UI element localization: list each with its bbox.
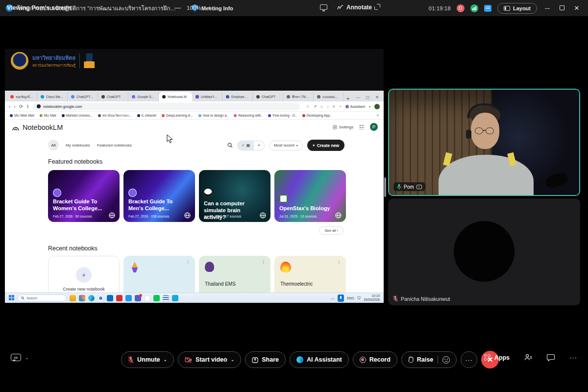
- bookmark-item[interactable]: How to design a..: [198, 114, 229, 117]
- bookmark-item[interactable]: Fine-tuning - O..: [268, 114, 296, 117]
- grid-view-segment[interactable]: ✓▦: [238, 141, 254, 150]
- card-menu-icon[interactable]: ⋮: [337, 260, 342, 265]
- participants-icon[interactable]: [524, 354, 532, 361]
- filter-all-chip[interactable]: All: [48, 140, 59, 150]
- edge-icon[interactable]: [88, 295, 95, 301]
- record-button[interactable]: Record: [353, 351, 397, 368]
- create-new-button[interactable]: + Create new: [307, 140, 344, 151]
- browser-tab[interactable]: ChatGPT: [98, 92, 128, 101]
- bookmark-item[interactable]: Developing App..: [302, 114, 332, 117]
- bookmarks-overflow-button[interactable]: »: [377, 113, 379, 118]
- bookmark-item[interactable]: Reasoning with..: [234, 114, 263, 117]
- chrome-icon[interactable]: [98, 295, 104, 301]
- taskbar-clock[interactable]: 10:19 25/03/2026: [364, 294, 380, 302]
- mic-search-icon[interactable]: ❙: [26, 104, 29, 108]
- new-tab-button[interactable]: +: [346, 96, 349, 101]
- unmute-button[interactable]: Unmute ⌄: [121, 351, 174, 368]
- browser-tab[interactable]: ChatGPT O...: [68, 92, 98, 101]
- notes-app-icon[interactable]: [163, 295, 169, 301]
- zoom-in-button[interactable]: +: [208, 4, 212, 11]
- browser-minimize-button[interactable]: —: [356, 95, 360, 99]
- share-page-icon[interactable]: ↗: [313, 104, 317, 109]
- taskbar-search-input[interactable]: Search: [18, 294, 67, 301]
- recent-notebook-card[interactable]: ⋮ Thailand EMS: [199, 256, 270, 293]
- browser-tab[interactable]: Employee T...: [222, 92, 253, 101]
- acrobat-icon[interactable]: [116, 295, 122, 301]
- bookmark-item[interactable]: IL.intranet: [137, 114, 156, 117]
- featured-notebook-card[interactable]: Can a computer simulate brain activity? …: [199, 170, 270, 222]
- webex-app-icon[interactable]: [107, 295, 113, 301]
- settings-button[interactable]: Settings: [333, 125, 353, 129]
- reactions-icon[interactable]: [442, 356, 450, 364]
- browser-profile-avatar[interactable]: [374, 104, 380, 109]
- view-toggle[interactable]: ✓▦ ≡: [237, 141, 265, 150]
- download-icon[interactable]: ↓: [327, 104, 329, 109]
- browser-tab[interactable]: ขอเชิญเข้าร่วม...: [7, 92, 37, 101]
- recent-notebook-card[interactable]: ⋮: [123, 256, 195, 293]
- bookmark-item[interactable]: MU Mail: [40, 114, 56, 117]
- refresh-icon[interactable]: ⟳: [19, 104, 23, 109]
- create-notebook-card[interactable]: + Create new notebook: [48, 256, 120, 293]
- browser-tab[interactable]: Cisco Web...: [37, 92, 68, 101]
- card-menu-icon[interactable]: ⋮: [186, 260, 191, 265]
- chevron-down-icon[interactable]: ▾: [369, 105, 370, 108]
- webex-meeting-icon[interactable]: [172, 295, 178, 301]
- cisco-vpn-icon[interactable]: [144, 295, 150, 301]
- browser-tab[interactable]: Untitled for...: [192, 92, 222, 101]
- browser-close-button[interactable]: ✕: [375, 95, 379, 99]
- home-icon[interactable]: ⌂: [320, 104, 323, 109]
- zoom-out-button[interactable]: —: [174, 4, 181, 11]
- photos-icon[interactable]: [79, 295, 85, 301]
- language-indicator[interactable]: ENG: [347, 296, 354, 300]
- annotate-button[interactable]: Annotate: [337, 4, 372, 11]
- back-icon[interactable]: ‹: [9, 104, 10, 109]
- captions-button[interactable]: cc ⌄: [11, 354, 29, 361]
- tray-mic-icon[interactable]: [338, 294, 344, 302]
- raise-hand-button[interactable]: Raise: [401, 351, 457, 368]
- fullscreen-icon[interactable]: [374, 4, 380, 10]
- windows-start-button[interactable]: [9, 295, 15, 301]
- tray-chat-icon[interactable]: 🗨: [357, 296, 361, 300]
- sort-dropdown[interactable]: Most recent ▾: [269, 141, 303, 150]
- bookmark-item[interactable]: DeepLearning.A...: [162, 114, 193, 117]
- url-bar[interactable]: notebooklm.google.com: [33, 103, 300, 110]
- search-icon[interactable]: [227, 143, 233, 148]
- filter-featured-notebooks[interactable]: Featured notebooks: [97, 143, 132, 147]
- bookmark-star-icon[interactable]: ☆: [306, 104, 309, 109]
- google-apps-icon[interactable]: [359, 124, 364, 129]
- ai-assistant-button[interactable]: AI Assistant: [290, 351, 349, 368]
- list-view-segment[interactable]: ≡: [254, 141, 264, 150]
- teams-icon[interactable]: [135, 295, 141, 301]
- extensions-icon[interactable]: ◔: [339, 104, 342, 109]
- featured-notebook-card[interactable]: OpenStax's Biology Jul 31, 2025 · 13 sou…: [274, 170, 346, 222]
- featured-notebook-card[interactable]: Bracket Guide To Women's College... Feb …: [48, 170, 120, 222]
- panel-scrollbar[interactable]: [384, 177, 386, 197]
- browser-tab[interactable]: แบบสอบถาม...: [314, 92, 344, 101]
- chat-icon[interactable]: [547, 354, 555, 361]
- browser-tab[interactable]: Google Gem...: [128, 92, 159, 101]
- card-menu-icon[interactable]: ⋮: [261, 260, 266, 265]
- browser-restore-button[interactable]: ▢: [366, 95, 370, 99]
- share-button[interactable]: Share: [245, 351, 286, 368]
- recent-notebook-card[interactable]: ⋮ Thermoelectric: [274, 256, 346, 293]
- file-explorer-icon[interactable]: [70, 295, 76, 301]
- reading-list-icon[interactable]: ≡: [333, 104, 335, 109]
- see-all-button[interactable]: See all ›: [319, 226, 343, 235]
- video-tile-panicha[interactable]: Panicha Nitisakunwut: [388, 198, 580, 305]
- assistant-button[interactable]: Assistant: [345, 104, 365, 109]
- bookmark-item[interactable]: สถาบันนวัตกรรมก...: [98, 113, 132, 118]
- chevron-down-icon[interactable]: ⌄: [164, 357, 168, 362]
- bookmark-item[interactable]: Mahidol Univers...: [62, 114, 93, 117]
- expand-tile-icon[interactable]: +: [416, 185, 422, 189]
- browser-tab[interactable]: ศึกษา TNA...: [283, 92, 314, 101]
- start-video-button[interactable]: Start video ⌄: [178, 351, 241, 368]
- bookmark-item[interactable]: MU Web Mail: [10, 114, 34, 117]
- apps-button[interactable]: Apps: [484, 354, 510, 361]
- vscode-icon[interactable]: [125, 295, 132, 301]
- browser-tab[interactable]: ChatGPT: [253, 92, 283, 101]
- line-icon[interactable]: [153, 295, 160, 301]
- monitor-icon[interactable]: [320, 4, 327, 10]
- featured-notebook-card[interactable]: Bracket Guide To Men's College... Feb 27…: [123, 170, 195, 222]
- browser-tab-active[interactable]: NotebookLM: [159, 92, 192, 101]
- account-avatar[interactable]: P: [370, 123, 378, 131]
